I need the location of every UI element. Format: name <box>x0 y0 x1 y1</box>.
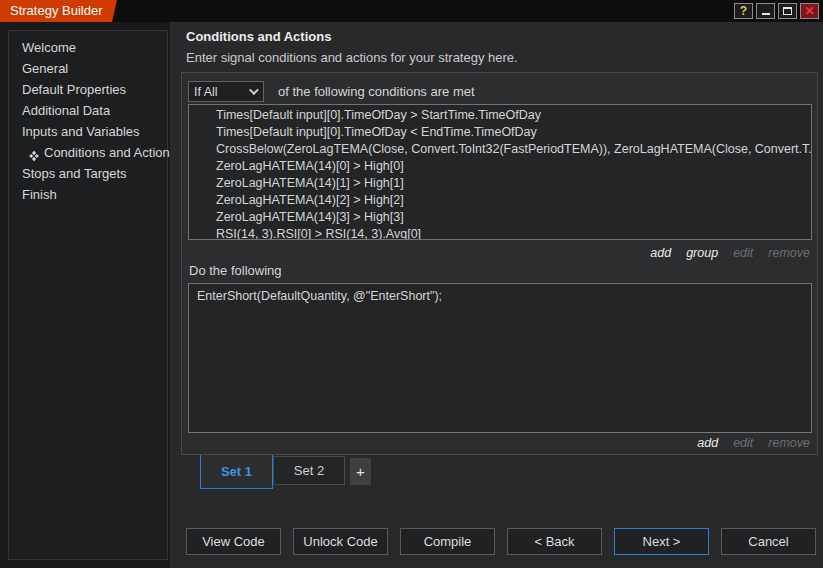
maximize-button[interactable] <box>778 3 797 19</box>
sidebar-item-inputs-and-variables[interactable]: Inputs and Variables <box>9 121 167 142</box>
sidebar-item-label: Conditions and Actions <box>44 142 176 163</box>
tab-set-1[interactable]: Set 1 <box>200 455 273 489</box>
tab-set-2[interactable]: Set 2 <box>273 456 345 485</box>
sidebar-nav: WelcomeGeneralDefault PropertiesAddition… <box>8 30 168 560</box>
sidebar-item-general[interactable]: General <box>9 58 167 79</box>
sidebar-item-welcome[interactable]: Welcome <box>9 37 167 58</box>
window-controls: ? ✕ <box>734 3 819 19</box>
actions-label: Do the following <box>189 263 282 278</box>
group-link[interactable]: group <box>686 246 718 260</box>
help-icon: ? <box>740 5 747 17</box>
unlock-code-button[interactable]: Unlock Code <box>293 528 388 555</box>
actions-links: addeditremove <box>697 436 810 450</box>
edit-link: edit <box>733 436 753 450</box>
set-tabs: + Set 1Set 2 <box>170 455 823 491</box>
maximize-icon <box>783 7 792 15</box>
close-icon: ✕ <box>804 5 814 17</box>
sidebar-item-stops-and-targets[interactable]: Stops and Targets <box>9 163 167 184</box>
strategy-builder-window: Strategy Builder ? ✕ WelcomeGeneralDefau… <box>0 0 823 568</box>
cancel-button[interactable]: Cancel <box>721 528 816 555</box>
sidebar-item-label: Additional Data <box>22 100 110 121</box>
minimize-icon <box>762 13 770 15</box>
condition-row[interactable]: ZeroLagHATEMA(14)[0] > High[0] <box>189 158 811 175</box>
condition-row[interactable]: ZeroLagHATEMA(14)[2] > High[2] <box>189 192 811 209</box>
sidebar-item-default-properties[interactable]: Default Properties <box>9 79 167 100</box>
sidebar-item-label: General <box>22 58 68 79</box>
condition-row[interactable]: Times[Default input][0].TimeOfDay > Star… <box>189 107 811 124</box>
action-row[interactable]: EnterShort(DefaultQuantity, @"EnterShort… <box>189 288 811 305</box>
add-link[interactable]: add <box>650 246 671 260</box>
active-step-icon <box>28 147 40 159</box>
condition-row[interactable]: CrossBelow(ZeroLagTEMA(Close, Convert.To… <box>189 141 811 158</box>
sidebar-item-label: Welcome <box>22 37 76 58</box>
edit-link: edit <box>733 246 753 260</box>
condition-mode-suffix: of the following conditions are met <box>278 84 475 99</box>
view-code-button[interactable]: View Code <box>186 528 281 555</box>
sidebar-item-conditions-and-actions[interactable]: Conditions and Actions <box>9 142 167 163</box>
remove-link: remove <box>768 246 810 260</box>
back-button[interactable]: < Back <box>507 528 602 555</box>
sidebar-item-finish[interactable]: Finish <box>9 184 167 205</box>
minimize-button[interactable] <box>756 3 775 19</box>
help-button[interactable]: ? <box>734 3 753 19</box>
actions-list: EnterShort(DefaultQuantity, @"EnterShort… <box>188 283 812 433</box>
page-title: Conditions and Actions <box>186 29 331 44</box>
next-button[interactable]: Next > <box>614 528 709 555</box>
conditions-actions-panel: If All of the following conditions are m… <box>181 72 818 455</box>
conditions-list: Times[Default input][0].TimeOfDay > Star… <box>188 104 812 240</box>
condition-mode-value: If All <box>194 85 249 99</box>
condition-row[interactable]: ZeroLagHATEMA(14)[3] > High[3] <box>189 209 811 226</box>
main-content: Conditions and Actions Enter signal cond… <box>170 22 823 568</box>
condition-row[interactable]: Times[Default input][0].TimeOfDay < EndT… <box>189 124 811 141</box>
window-title: Strategy Builder <box>0 0 117 22</box>
remove-link: remove <box>768 436 810 450</box>
condition-row[interactable]: ZeroLagHATEMA(14)[1] > High[1] <box>189 175 811 192</box>
sidebar-item-label: Inputs and Variables <box>22 121 140 142</box>
add-set-button[interactable]: + <box>350 458 371 485</box>
sidebar-item-label: Default Properties <box>22 79 126 100</box>
condition-row[interactable]: RSI(14, 3).RSI[0] > RSI(14, 3).Avg[0] <box>189 226 811 240</box>
titlebar: Strategy Builder ? ✕ <box>0 0 823 22</box>
sidebar-item-label: Stops and Targets <box>22 163 127 184</box>
sidebar-item-label: Finish <box>22 184 57 205</box>
page-subtitle: Enter signal conditions and actions for … <box>186 50 518 65</box>
add-link[interactable]: add <box>697 436 718 450</box>
bottom-button-row: View CodeUnlock CodeCompile< BackNext >C… <box>170 528 823 555</box>
compile-button[interactable]: Compile <box>400 528 495 555</box>
conditions-links: addgroupeditremove <box>650 246 810 260</box>
chevron-down-icon <box>249 85 259 95</box>
condition-mode-dropdown[interactable]: If All <box>188 81 264 102</box>
sidebar-item-additional-data[interactable]: Additional Data <box>9 100 167 121</box>
close-button[interactable]: ✕ <box>800 3 819 19</box>
